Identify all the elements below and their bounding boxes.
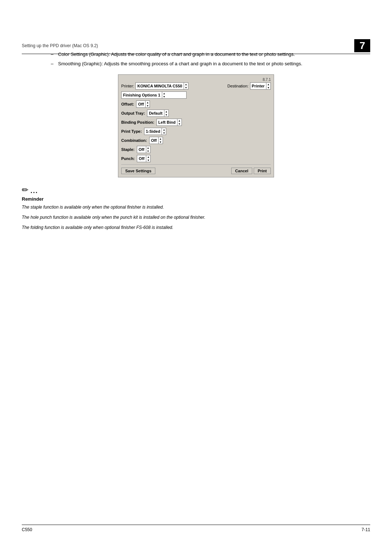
dialog-footer: Save Settings Cancel Print xyxy=(121,168,271,174)
combination-arrow-up[interactable]: ▲ xyxy=(159,137,163,140)
reminder-icon-row: ✏ ... xyxy=(22,186,370,194)
print-type-arrow-down[interactable]: ▼ xyxy=(162,131,166,135)
destination-value: Printer xyxy=(250,84,266,88)
binding-position-arrow-down[interactable]: ▼ xyxy=(177,122,181,126)
finishing-options-select[interactable]: Finishing Options 1 ▲ ▼ xyxy=(121,91,187,99)
footer-right-buttons: Cancel Print xyxy=(231,168,271,174)
output-tray-value: Default xyxy=(147,111,164,115)
destination-row: Destination: Printer ▲ ▼ xyxy=(228,82,271,90)
printer-row: Printer: KONICA MINOLTA C550 ▲ ▼ xyxy=(121,82,188,90)
combination-value: Off xyxy=(150,138,158,143)
binding-position-label: Binding Position: xyxy=(121,120,154,124)
binding-position-select[interactable]: Left Bind ▲ ▼ xyxy=(156,119,182,126)
pencil-icon: ✏ xyxy=(22,186,28,194)
punch-arrow-up[interactable]: ▲ xyxy=(146,155,150,159)
finishing-options-arrow-down[interactable]: ▼ xyxy=(162,95,166,98)
page: Setting up the PPD driver (Mac OS 9.2) 7… xyxy=(0,0,392,554)
staple-select[interactable]: Off ▲ ▼ xyxy=(137,146,151,153)
finishing-options-value: Finishing Options 1 xyxy=(122,93,162,97)
printer-label: Printer: xyxy=(121,84,134,88)
chapter-number: 7 xyxy=(354,39,370,52)
print-type-arrow-up[interactable]: ▲ xyxy=(162,128,166,131)
punch-label: Punch: xyxy=(121,156,135,161)
print-type-select[interactable]: 1-Sided ▲ ▼ xyxy=(144,128,167,135)
finishing-options-row: Finishing Options 1 ▲ ▼ xyxy=(121,91,271,99)
staple-label: Staple: xyxy=(121,147,135,152)
combination-select[interactable]: Off ▲ ▼ xyxy=(149,137,163,144)
print-type-value: 1-Sided xyxy=(144,129,162,134)
offset-value: Off xyxy=(136,102,145,106)
finishing-options-arrow-up[interactable]: ▲ xyxy=(162,92,166,95)
destination-arrow-down[interactable]: ▼ xyxy=(266,86,270,89)
offset-row: Offset: Off ▲ ▼ xyxy=(121,100,271,108)
reminder-paragraph-1: The staple function is available only wh… xyxy=(22,204,370,210)
combination-arrow-down[interactable]: ▼ xyxy=(159,140,163,144)
dialog-top-row: Printer: KONICA MINOLTA C550 ▲ ▼ Destina… xyxy=(121,82,271,90)
list-item: Color Settings (Graphic): Adjusts the co… xyxy=(51,51,370,58)
footer-model: C550 xyxy=(22,527,32,532)
reminder-paragraph-3: The folding function is available only w… xyxy=(22,224,370,231)
binding-position-value: Left Bind xyxy=(157,120,177,124)
dialog-version: 8.7.1 xyxy=(121,78,271,82)
staple-row: Staple: Off ▲ ▼ xyxy=(121,146,271,153)
output-tray-arrow-up[interactable]: ▲ xyxy=(164,110,168,113)
output-tray-select[interactable]: Default ▲ ▼ xyxy=(147,110,168,117)
dialog-wrapper: 8.7.1 Printer: KONICA MINOLTA C550 ▲ ▼ xyxy=(22,74,370,177)
bullet-list: Color Settings (Graphic): Adjusts the co… xyxy=(51,51,370,67)
staple-arrows[interactable]: ▲ ▼ xyxy=(146,146,150,153)
cancel-button[interactable]: Cancel xyxy=(231,168,252,174)
printer-arrow-up[interactable]: ▲ xyxy=(184,83,188,86)
footer-page: 7-11 xyxy=(362,527,370,532)
main-content: Color Settings (Graphic): Adjusts the co… xyxy=(22,51,370,234)
print-dialog: 8.7.1 Printer: KONICA MINOLTA C550 ▲ ▼ xyxy=(118,74,274,177)
output-tray-arrows[interactable]: ▲ ▼ xyxy=(164,110,168,116)
punch-select[interactable]: Off ▲ ▼ xyxy=(137,155,151,162)
dialog-separator xyxy=(121,164,271,165)
offset-arrow-up[interactable]: ▲ xyxy=(146,101,150,104)
reminder-dots: ... xyxy=(30,186,38,194)
print-type-arrows[interactable]: ▲ ▼ xyxy=(162,128,166,135)
page-footer: C550 7-11 xyxy=(22,525,370,532)
printer-arrows[interactable]: ▲ ▼ xyxy=(184,83,188,89)
destination-arrows[interactable]: ▲ ▼ xyxy=(266,83,270,89)
staple-arrow-up[interactable]: ▲ xyxy=(146,146,150,149)
printer-value: KONICA MINOLTA C550 xyxy=(136,84,183,88)
print-type-label: Print Type: xyxy=(121,129,142,134)
reminder-paragraph-2: The hole punch function is available onl… xyxy=(22,214,370,221)
print-type-row: Print Type: 1-Sided ▲ ▼ xyxy=(121,128,271,135)
destination-select[interactable]: Printer ▲ ▼ xyxy=(250,82,271,90)
destination-arrow-up[interactable]: ▲ xyxy=(266,83,270,86)
staple-arrow-down[interactable]: ▼ xyxy=(146,149,150,153)
staple-value: Off xyxy=(137,147,146,152)
header-title: Setting up the PPD driver (Mac OS 9.2) xyxy=(22,43,98,48)
output-tray-arrow-down[interactable]: ▼ xyxy=(164,113,168,116)
reminder-section: ✏ ... Reminder The staple function is av… xyxy=(22,186,370,231)
punch-arrow-down[interactable]: ▼ xyxy=(146,159,150,162)
reminder-title: Reminder xyxy=(22,196,370,202)
combination-row: Combination: Off ▲ ▼ xyxy=(121,137,271,144)
save-settings-button[interactable]: Save Settings xyxy=(121,168,155,174)
combination-arrows[interactable]: ▲ ▼ xyxy=(158,137,163,144)
offset-arrow-down[interactable]: ▼ xyxy=(146,104,150,107)
print-button[interactable]: Print xyxy=(254,168,271,174)
binding-position-arrows[interactable]: ▲ ▼ xyxy=(177,119,181,126)
finishing-options-arrows[interactable]: ▲ ▼ xyxy=(162,92,166,98)
destination-label: Destination: xyxy=(228,84,249,88)
offset-label: Offset: xyxy=(121,102,134,106)
binding-position-row: Binding Position: Left Bind ▲ ▼ xyxy=(121,119,271,126)
punch-row: Punch: Off ▲ ▼ xyxy=(121,155,271,162)
combination-label: Combination: xyxy=(121,138,147,143)
punch-value: Off xyxy=(137,156,146,161)
binding-position-arrow-up[interactable]: ▲ xyxy=(177,119,181,122)
output-tray-label: Output Tray: xyxy=(121,111,145,115)
offset-select[interactable]: Off ▲ ▼ xyxy=(136,100,150,108)
punch-arrows[interactable]: ▲ ▼ xyxy=(146,155,150,162)
printer-select[interactable]: KONICA MINOLTA C550 ▲ ▼ xyxy=(135,82,188,90)
output-tray-row: Output Tray: Default ▲ ▼ xyxy=(121,110,271,117)
printer-arrow-down[interactable]: ▼ xyxy=(184,86,188,89)
offset-arrows[interactable]: ▲ ▼ xyxy=(145,101,150,107)
list-item: Smoothing (Graphic): Adjusts the smoothi… xyxy=(51,60,370,67)
